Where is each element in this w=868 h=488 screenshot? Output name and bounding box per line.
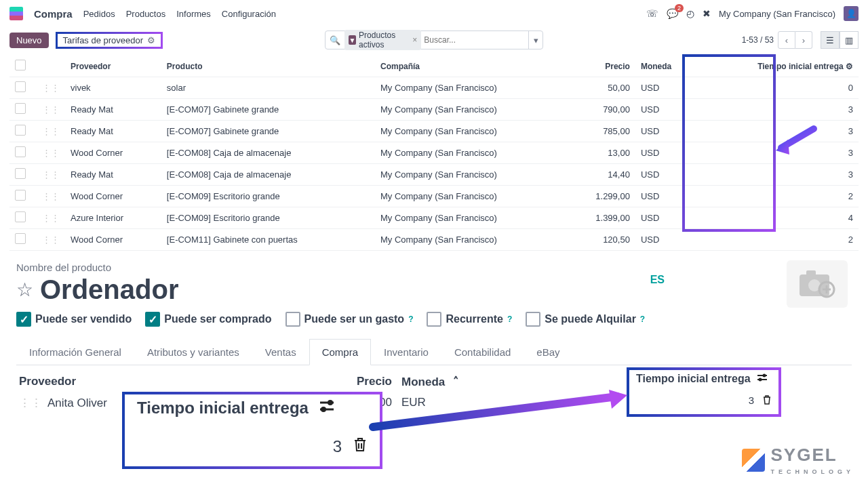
chevron-up-icon[interactable]: ˄ (453, 375, 459, 389)
row-checkbox[interactable] (15, 168, 26, 179)
table-row[interactable]: ⋮⋮ viveksolarMy Company (San Francisco) … (9, 77, 859, 99)
sliders-icon[interactable]: ⚙ (846, 62, 853, 71)
check-vendido[interactable]: ✓Puede ser vendido (16, 312, 132, 327)
drag-icon[interactable]: ⋮⋮ (37, 207, 65, 229)
drag-icon[interactable]: ⋮⋮ (37, 229, 65, 251)
search-box[interactable]: 🔍 ▼ Productos activos × ▾ (325, 30, 543, 49)
search-input[interactable] (421, 35, 528, 45)
row-checkbox[interactable] (15, 103, 26, 114)
nav-config[interactable]: Configuración (222, 9, 276, 19)
search-icon: 🔍 (326, 35, 344, 45)
page-next[interactable]: › (795, 31, 812, 49)
table-row[interactable]: ⋮⋮ Wood Corner[E-COM08] Caja de almacena… (9, 142, 859, 164)
svg-point-4 (328, 400, 333, 405)
breadcrumb-chip[interactable]: Tarifas de proveedor ⚙ (56, 32, 163, 49)
drag-icon[interactable]: ⋮⋮ (37, 164, 65, 186)
favorite-star[interactable]: ☆ (16, 279, 33, 301)
subcol-precio: Precio (338, 375, 392, 389)
product-name-label: Nombre del producto (16, 262, 852, 273)
view-kanban[interactable]: ▥ (840, 31, 859, 49)
drag-icon[interactable]: ⋮⋮ (37, 142, 65, 164)
pricelist-table: Proveedor Producto Compañía Precio Moned… (9, 56, 859, 251)
drag-icon[interactable]: ⋮⋮ (37, 77, 65, 99)
tab-general[interactable]: Información General (16, 339, 134, 365)
svg-rect-1 (806, 270, 816, 276)
new-button[interactable]: Nuevo (9, 33, 49, 48)
tools-icon[interactable]: ✖ (703, 8, 711, 19)
tab-ebay[interactable]: eBay (524, 339, 572, 365)
clock-icon[interactable]: ◴ (686, 8, 694, 19)
row-checkbox[interactable] (15, 211, 26, 222)
page-prev[interactable]: ‹ (778, 31, 795, 49)
sliders-icon (318, 399, 336, 418)
nav-pedidos[interactable]: Pedidos (83, 9, 115, 19)
product-tabs: Información General Atributos y variante… (16, 339, 852, 365)
row-checkbox[interactable] (15, 190, 26, 201)
check-comprado[interactable]: ✓Puede ser comprado (145, 312, 271, 327)
search-dropdown[interactable]: ▾ (528, 31, 542, 49)
trash-icon[interactable] (762, 394, 772, 407)
subcol-proveedor: Proveedor (19, 375, 338, 389)
subcol-moneda[interactable]: Moneda˄ (392, 375, 459, 389)
svg-point-6 (762, 374, 766, 378)
zoom-callout-small: Tiempo inicial entrega 3 (627, 367, 781, 417)
tab-ventas[interactable]: Ventas (252, 339, 309, 365)
table-row[interactable]: ⋮⋮ Ready Mat[E-COM07] Gabinete grandeMy … (9, 121, 859, 142)
svg-point-7 (758, 378, 762, 382)
gear-icon[interactable]: ⚙ (147, 35, 155, 45)
table-row[interactable]: ⋮⋮ Ready Mat[E-COM07] Gabinete grandeMy … (9, 99, 859, 121)
pager-label: 1-53 / 53 (742, 35, 774, 45)
app-name: Compra (34, 8, 73, 20)
check-gasto[interactable]: Puede ser un gasto? (285, 312, 414, 327)
nav-productos[interactable]: Productos (126, 9, 166, 19)
trash-icon (353, 436, 368, 457)
tab-contabilidad[interactable]: Contabilidad (441, 339, 524, 365)
tab-compra[interactable]: Compra (309, 339, 371, 365)
check-alquilar[interactable]: Se puede Alquilar? (526, 312, 645, 327)
company-label[interactable]: My Company (San Francisco) (719, 9, 835, 19)
filter-tag[interactable]: ▼ Productos activos × (344, 30, 421, 50)
row-checkbox[interactable] (15, 81, 26, 92)
user-avatar[interactable]: 👤 (844, 6, 859, 21)
zoom-callout-large: Tiempo inicial entrega 3 (122, 392, 382, 469)
table-row[interactable]: ⋮⋮ Wood Corner[E-COM11] Gabinete con pue… (9, 229, 859, 251)
row-checkbox[interactable] (15, 125, 26, 136)
table-row[interactable]: ⋮⋮ Azure Interior[E-COM09] Escritorio gr… (9, 207, 859, 229)
svg-point-5 (321, 407, 326, 412)
view-list[interactable]: ☰ (821, 31, 840, 49)
phone-icon[interactable]: ☏ (646, 8, 658, 19)
brand-watermark: SYGEL TECHNOLOGY (742, 445, 854, 476)
table-row[interactable]: ⋮⋮ Ready Mat[E-COM08] Caja de almacenaje… (9, 164, 859, 186)
tab-inventario[interactable]: Inventario (371, 339, 441, 365)
drag-icon[interactable]: ⋮⋮ (37, 121, 65, 142)
select-all[interactable] (15, 60, 26, 70)
sliders-icon (756, 373, 768, 385)
lang-badge[interactable]: ES (650, 274, 665, 286)
drag-icon[interactable]: ⋮⋮ (37, 99, 65, 121)
filter-icon: ▼ (349, 35, 356, 45)
row-checkbox[interactable] (15, 146, 26, 157)
drag-icon[interactable]: ⋮⋮ (37, 186, 65, 207)
product-image-placeholder[interactable] (787, 260, 848, 308)
tab-atributos[interactable]: Atributos y variantes (134, 339, 252, 365)
nav-informes[interactable]: Informes (176, 9, 211, 19)
app-logo (9, 7, 23, 20)
product-name[interactable]: Ordenador (40, 274, 178, 305)
remove-filter-icon[interactable]: × (412, 35, 417, 45)
drag-icon[interactable]: ⋮⋮ (19, 396, 42, 410)
row-checkbox[interactable] (15, 233, 26, 244)
table-row[interactable]: ⋮⋮ Wood Corner[E-COM09] Escritorio grand… (9, 186, 859, 207)
chat-icon[interactable]: 💬2 (667, 8, 678, 19)
check-recurrente[interactable]: Recurrente? (427, 312, 512, 327)
